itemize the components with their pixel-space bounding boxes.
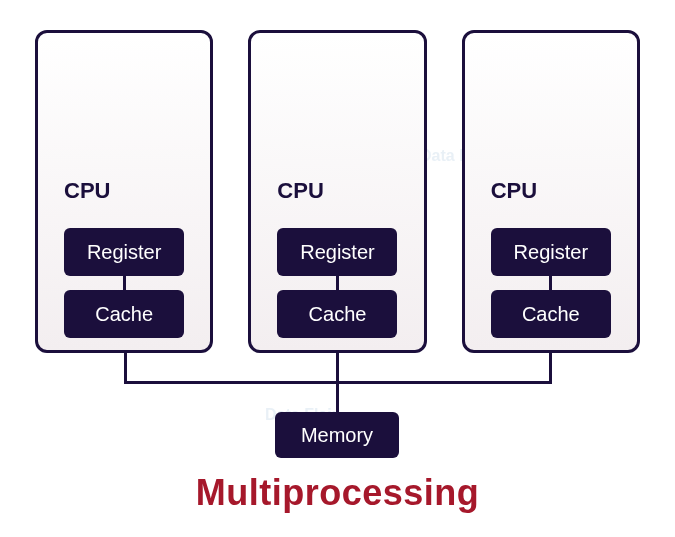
memory-box: Memory [275,412,399,458]
connector [336,276,339,290]
cpu-box-3: CPU Register Cache [462,30,640,353]
diagram-title: Multiprocessing [0,472,675,514]
cpu-box-2: CPU Register Cache [248,30,426,353]
register-box: Register [491,228,611,276]
bus-memory-connector [336,381,339,413]
cache-box: Cache [277,290,397,338]
cache-box: Cache [64,290,184,338]
bus-stub-2 [336,353,339,383]
cpu-label: CPU [491,178,537,204]
cpu-row: CPU Register Cache CPU Register Cache CP… [35,30,640,353]
cpu-box-1: CPU Register Cache [35,30,213,353]
cpu-label: CPU [277,178,323,204]
connector [123,276,126,290]
bus-stub-3 [549,353,552,383]
connector [549,276,552,290]
bus-stub-1 [124,353,127,383]
diagram-canvas: Data Flair Data Flair Data Flair CPU Reg… [0,0,675,537]
register-box: Register [277,228,397,276]
register-box: Register [64,228,184,276]
cpu-label: CPU [64,178,110,204]
cache-box: Cache [491,290,611,338]
